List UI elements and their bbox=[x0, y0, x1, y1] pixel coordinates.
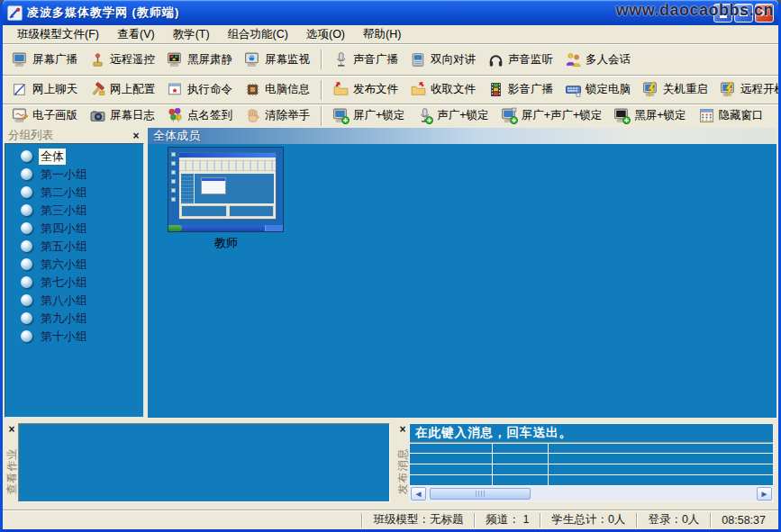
message-list[interactable] bbox=[410, 443, 773, 486]
message-hscrollbar[interactable]: ◄ ► bbox=[410, 486, 773, 501]
e-whiteboard-button[interactable]: 电子画版 bbox=[6, 105, 84, 126]
clear-raised-hands-button[interactable]: 清除举手 bbox=[239, 105, 316, 126]
sidebar-item-group-all[interactable]: 全体 bbox=[21, 150, 143, 162]
status-segment-4: 08:58:37 bbox=[710, 513, 776, 527]
screen-monitor-label: 屏幕监视 bbox=[265, 52, 310, 68]
remote-control-button[interactable]: 远程遥控 bbox=[84, 50, 161, 70]
collect-files-label: 收取文件 bbox=[431, 82, 476, 97]
remote-wakeup-button[interactable]: 远程开机 bbox=[714, 79, 781, 100]
window-title: 凌波多媒体教学网 (教师端) bbox=[27, 5, 712, 21]
group-label: 第十小组 bbox=[39, 329, 89, 345]
member-teacher[interactable]: 教师 bbox=[168, 147, 285, 251]
message-cell bbox=[410, 454, 493, 464]
screen-log-label: 屏幕日志 bbox=[110, 108, 155, 123]
online-config-label: 网上配置 bbox=[110, 82, 155, 97]
toolbar-separator bbox=[321, 106, 322, 126]
view-homework-panel: × 查看作业 bbox=[5, 420, 393, 508]
sidebar-item-group-1[interactable]: 第一小组 bbox=[21, 168, 143, 180]
voicecast-lock-button[interactable]: 声广+锁定 bbox=[411, 105, 495, 126]
scroll-left-icon[interactable]: ◄ bbox=[411, 487, 426, 500]
publish-message-label: 发布消息 bbox=[395, 448, 410, 495]
online-chat-label: 网上聊天 bbox=[32, 82, 77, 97]
voice-broadcast-icon bbox=[332, 51, 350, 68]
sidebar-item-group-6[interactable]: 第六小组 bbox=[21, 258, 143, 270]
sidebar-item-group-5[interactable]: 第五小组 bbox=[21, 240, 143, 252]
multi-user-chat-button[interactable]: 多人会话 bbox=[559, 50, 637, 70]
view-homework-strip: × 查看作业 bbox=[5, 420, 18, 508]
online-config-button[interactable]: 网上配置 bbox=[84, 79, 161, 100]
screencast-voicecast-lock-button[interactable]: 屏广+声广+锁定 bbox=[495, 105, 609, 126]
scrollbar-thumb[interactable] bbox=[430, 488, 531, 500]
sidebar-item-group-9[interactable]: 第九小组 bbox=[21, 312, 143, 324]
message-cell bbox=[549, 475, 773, 486]
remote-wakeup-label: 远程开机 bbox=[740, 82, 781, 97]
lock-computer-button[interactable]: 锁定电脑 bbox=[559, 79, 637, 100]
message-cell bbox=[493, 454, 549, 464]
members-panel: 全体成员 bbox=[148, 128, 776, 418]
send-files-button[interactable]: 发布文件 bbox=[327, 79, 404, 100]
group-label: 全体 bbox=[39, 149, 66, 165]
group-list-panel: 分组列表 × 全体第一小组第二小组第三小组第四小组第五小组第六小组第七小组第八小… bbox=[5, 128, 144, 418]
mini-pane bbox=[181, 205, 227, 217]
message-input[interactable]: 在此键入消息，回车送出。 bbox=[410, 424, 773, 443]
voice-broadcast-button[interactable]: 声音广播 bbox=[327, 50, 404, 70]
screencast-lock-button[interactable]: 屏广+锁定 bbox=[327, 105, 411, 126]
collect-files-button[interactable]: 收取文件 bbox=[404, 79, 482, 100]
bottom-panels: × 查看作业 × 发布消息 在此键入消息，回车送出。 ◄ bbox=[3, 420, 778, 508]
message-cell bbox=[410, 464, 493, 475]
sidebar-item-group-3[interactable]: 第三小组 bbox=[21, 204, 143, 216]
screencast-lock-icon bbox=[332, 107, 350, 124]
sidebar-item-group-10[interactable]: 第十小组 bbox=[21, 330, 143, 342]
roll-call-button[interactable]: 点名签到 bbox=[161, 105, 239, 126]
screen-monitor-button[interactable]: 屏幕监视 bbox=[239, 50, 316, 70]
publish-message-close-icon[interactable]: × bbox=[396, 423, 409, 435]
message-cell bbox=[549, 443, 773, 454]
scroll-right-icon[interactable]: ► bbox=[757, 487, 772, 500]
menu-item-4[interactable]: 选项(O) bbox=[297, 25, 354, 44]
group-list-close-icon[interactable]: × bbox=[130, 130, 142, 141]
menu-item-5[interactable]: 帮助(H) bbox=[354, 25, 410, 44]
mini-pane bbox=[229, 205, 275, 217]
two-way-talk-button[interactable]: 双向对讲 bbox=[404, 50, 482, 70]
computer-info-button[interactable]: 电脑信息 bbox=[239, 79, 316, 100]
black-screen-silence-button[interactable]: 黑屏肃静 bbox=[161, 50, 239, 70]
app-window: 凌波多媒体教学网 (教师端) ✕ 班级模型文件(F)查看(V)教学(T)组合功能… bbox=[0, 0, 781, 532]
screen-log-button[interactable]: 屏幕日志 bbox=[84, 105, 161, 126]
sidebar-item-group-7[interactable]: 第七小组 bbox=[21, 276, 143, 288]
online-chat-button[interactable]: 网上聊天 bbox=[6, 79, 84, 100]
group-label: 第四小组 bbox=[39, 221, 89, 237]
screen-broadcast-button[interactable]: 屏幕广播 bbox=[6, 50, 84, 70]
multi-user-chat-label: 多人会话 bbox=[586, 52, 631, 68]
blackscreen-lock-button[interactable]: 黑屏+锁定 bbox=[608, 105, 692, 126]
multi-user-chat-icon bbox=[565, 51, 582, 68]
hide-window-button[interactable]: 隐藏窗口 bbox=[693, 105, 770, 126]
group-ball-icon bbox=[21, 312, 32, 324]
menu-item-1[interactable]: 查看(V) bbox=[108, 25, 164, 44]
group-ball-icon bbox=[21, 186, 32, 198]
voicecast-lock-label: 声广+锁定 bbox=[437, 108, 488, 123]
teacher-screen-thumbnail[interactable] bbox=[168, 147, 284, 232]
sidebar-item-group-2[interactable]: 第二小组 bbox=[21, 186, 143, 198]
menu-item-0[interactable]: 班级模型文件(F) bbox=[8, 25, 108, 44]
status-segment-1: 频道： 1 bbox=[474, 513, 540, 527]
view-homework-close-icon[interactable]: × bbox=[5, 423, 18, 435]
av-broadcast-button[interactable]: 影音广播 bbox=[482, 79, 559, 100]
watermark: www.daocaobbs.cn bbox=[616, 0, 774, 20]
computer-info-label: 电脑信息 bbox=[265, 82, 310, 97]
menu-item-3[interactable]: 组合功能(C) bbox=[219, 25, 297, 44]
sidebar-item-group-4[interactable]: 第四小组 bbox=[21, 222, 143, 234]
status-segment-3: 登录：0人 bbox=[636, 513, 710, 527]
group-label: 第八小组 bbox=[39, 293, 89, 309]
black-screen-silence-icon bbox=[167, 51, 184, 68]
mini-desktop-icon bbox=[171, 170, 176, 175]
voice-monitor-button[interactable]: 声音监听 bbox=[482, 50, 559, 70]
execute-command-button[interactable]: 执行命令 bbox=[161, 79, 239, 100]
sidebar-item-group-8[interactable]: 第八小组 bbox=[21, 294, 143, 306]
message-cell bbox=[549, 454, 773, 464]
status-segment-2: 学生总计：0人 bbox=[540, 513, 636, 527]
shutdown-restart-button[interactable]: 关机重启 bbox=[637, 79, 714, 100]
group-ball-icon bbox=[21, 150, 32, 162]
group-label: 第七小组 bbox=[39, 275, 89, 291]
publish-message-panel: × 发布消息 在此键入消息，回车送出。 ◄ ► bbox=[395, 420, 776, 508]
menu-item-2[interactable]: 教学(T) bbox=[164, 25, 219, 44]
